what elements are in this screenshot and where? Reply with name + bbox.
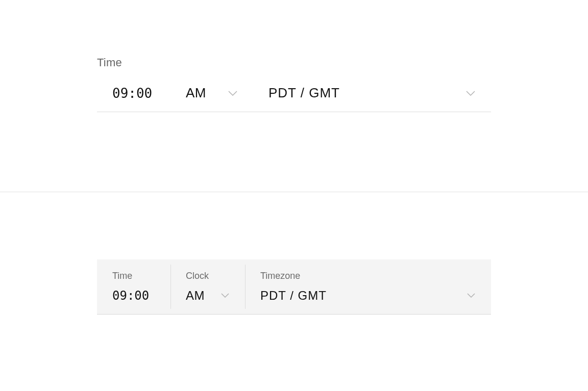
timezone-value: PDT / GMT bbox=[260, 289, 327, 303]
chevron-down-icon bbox=[220, 291, 230, 300]
time-column-label: Time bbox=[112, 271, 155, 281]
time-fields-row: 09:00 AM PDT / GMT bbox=[97, 84, 491, 112]
time-picker-basic: Time 09:00 AM PDT / GMT bbox=[0, 0, 588, 112]
time-value: 09:00 bbox=[112, 86, 152, 101]
chevron-down-icon bbox=[228, 90, 238, 96]
timezone-column-label: Timezone bbox=[260, 271, 476, 281]
time-input[interactable]: 09:00 bbox=[97, 84, 170, 112]
ampm-select[interactable]: Clock AM bbox=[170, 259, 245, 314]
ampm-value: AM bbox=[186, 85, 206, 101]
time-picker-labeled: Time 09:00 Clock AM Timezone PDT / GMT bbox=[0, 192, 588, 315]
time-label: Time bbox=[97, 56, 491, 69]
chevron-down-icon bbox=[467, 291, 476, 300]
ampm-select[interactable]: AM bbox=[170, 84, 253, 112]
time-value: 09:00 bbox=[112, 289, 149, 303]
timezone-value: PDT / GMT bbox=[268, 85, 340, 101]
timezone-select[interactable]: PDT / GMT bbox=[253, 84, 491, 112]
timezone-select[interactable]: Timezone PDT / GMT bbox=[245, 259, 491, 314]
ampm-value: AM bbox=[186, 289, 205, 303]
clock-column-label: Clock bbox=[186, 271, 230, 281]
chevron-down-icon bbox=[465, 90, 476, 96]
time-input[interactable]: Time 09:00 bbox=[97, 259, 170, 314]
time-picker-card: Time 09:00 Clock AM Timezone PDT / GMT bbox=[97, 259, 491, 315]
